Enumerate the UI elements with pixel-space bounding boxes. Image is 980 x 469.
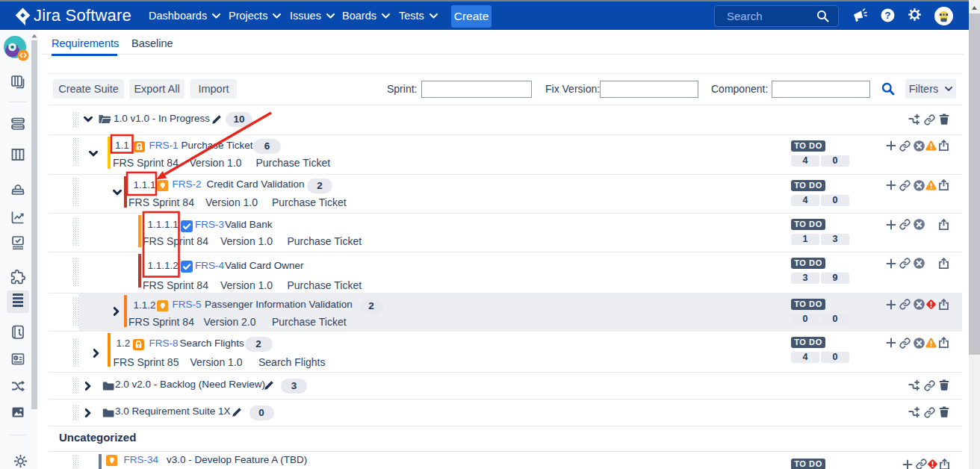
svg-text:?: ? xyxy=(885,10,891,21)
